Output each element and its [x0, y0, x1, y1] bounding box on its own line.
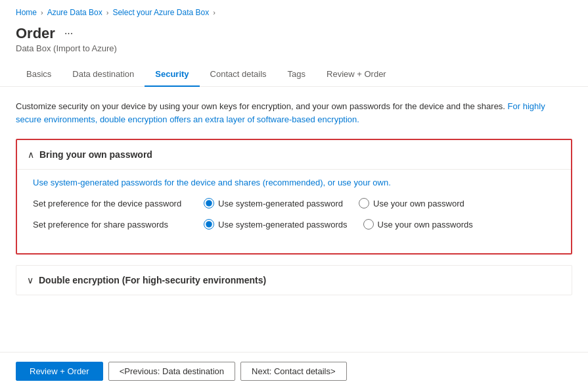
tab-tags[interactable]: Tags	[277, 64, 316, 87]
breadcrumb-chevron-2: ›	[106, 9, 109, 16]
tab-security[interactable]: Security	[145, 64, 199, 87]
breadcrumb-azure-data-box[interactable]: Azure Data Box	[47, 8, 102, 17]
bring-password-desc: Use system-generated passwords for the d…	[33, 170, 555, 198]
review-order-button[interactable]: Review + Order	[16, 362, 103, 381]
share-password-label: Set preference for share passwords	[33, 220, 204, 230]
previous-button[interactable]: <Previous: Data destination	[108, 362, 235, 381]
share-password-radio-group: Use system-generated passwords Use your …	[204, 219, 473, 230]
device-own-option[interactable]: Use your own password	[359, 198, 464, 208]
device-system-label: Use system-generated password	[218, 199, 343, 208]
device-own-label: Use your own password	[373, 199, 464, 208]
device-system-option[interactable]: Use system-generated password	[204, 198, 343, 208]
breadcrumb: Home › Azure Data Box › Select your Azur…	[0, 0, 588, 22]
bring-password-header[interactable]: ∧ Bring your own password	[17, 140, 571, 169]
share-own-radio[interactable]	[363, 219, 374, 230]
bring-password-section: ∧ Bring your own password Use system-gen…	[16, 139, 572, 255]
share-system-option[interactable]: Use system-generated passwords	[204, 219, 348, 230]
device-password-radio-group: Use system-generated password Use your o…	[204, 198, 464, 208]
share-system-label: Use system-generated passwords	[218, 220, 348, 230]
share-own-label: Use your own passwords	[378, 220, 473, 230]
tab-contact-details[interactable]: Contact details	[200, 64, 277, 87]
double-encryption-title: Double encryption (For high-security env…	[39, 275, 266, 285]
ellipsis-button[interactable]: ···	[60, 26, 77, 41]
breadcrumb-select[interactable]: Select your Azure Data Box	[112, 8, 209, 17]
section-description: Customize security on your device by usi…	[16, 100, 554, 126]
device-password-label: Set preference for the device password	[33, 199, 204, 208]
double-encryption-header[interactable]: ∨ Double encryption (For high-security e…	[16, 266, 572, 295]
share-own-option[interactable]: Use your own passwords	[363, 219, 473, 230]
share-password-row: Set preference for share passwords Use s…	[33, 219, 555, 230]
bring-password-content: Use system-generated passwords for the d…	[17, 169, 571, 253]
content-area: Customize security on your device by usi…	[0, 87, 588, 295]
device-system-radio[interactable]	[204, 198, 214, 208]
breadcrumb-chevron-1: ›	[41, 9, 43, 16]
page-title: Order	[16, 25, 55, 42]
tab-data-destination[interactable]: Data destination	[62, 64, 145, 87]
double-encryption-section: ∨ Double encryption (For high-security e…	[16, 265, 572, 295]
page-subtitle: Data Box (Import to Azure)	[16, 43, 572, 53]
tab-review-order[interactable]: Review + Order	[316, 64, 397, 87]
expand-icon: ∨	[27, 275, 34, 285]
description-link[interactable]: For highly secure environments, double e…	[16, 101, 545, 124]
tab-basics[interactable]: Basics	[16, 64, 62, 87]
collapse-icon: ∧	[28, 149, 34, 160]
tabs-bar: Basics Data destination Security Contact…	[0, 53, 588, 87]
breadcrumb-chevron-3: ›	[213, 9, 215, 16]
device-password-row: Set preference for the device password U…	[33, 198, 555, 208]
footer: Review + Order <Previous: Data destinati…	[0, 352, 588, 390]
device-own-radio[interactable]	[359, 198, 369, 208]
page-header: Order ··· Data Box (Import to Azure)	[0, 22, 588, 53]
share-system-radio[interactable]	[204, 219, 214, 230]
breadcrumb-home[interactable]: Home	[16, 8, 37, 17]
bring-password-title: Bring your own password	[39, 149, 152, 160]
next-button[interactable]: Next: Contact details>	[240, 362, 347, 381]
